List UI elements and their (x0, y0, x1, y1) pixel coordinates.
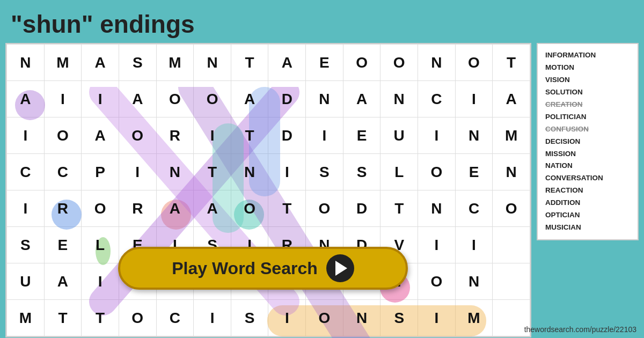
grid-cell: O (343, 45, 380, 81)
grid-cell: N (343, 300, 380, 336)
grid-cell: A (44, 263, 82, 300)
word-list-item: MISSION (545, 148, 630, 160)
play-triangle (335, 261, 347, 276)
grid-cell: S (119, 45, 156, 81)
grid-cell: S (306, 154, 343, 190)
grid-cell: A (343, 81, 380, 117)
grid-cell: O (455, 45, 493, 81)
grid-cell: I (7, 190, 45, 227)
word-list-item: POLITICIAN (545, 111, 630, 123)
grid-cell: E (44, 227, 82, 263)
grid-cell: A (82, 117, 119, 154)
grid-cell: N (231, 154, 268, 190)
grid-cell: A (82, 45, 119, 81)
grid-cell: S (380, 300, 418, 336)
grid-cell: N (418, 45, 456, 81)
word-list-item: SOLUTION (545, 86, 630, 99)
word-list-item: DECISION (545, 136, 630, 148)
grid-cell: O (231, 190, 268, 227)
grid-cell: I (268, 300, 306, 336)
grid-cell: N (380, 81, 418, 117)
word-list-item: CONVERSATION (545, 172, 630, 185)
word-list-item: CREATION (545, 99, 630, 111)
grid-cell: R (44, 190, 82, 227)
grid-cell: O (119, 300, 156, 336)
grid-cell: M (44, 45, 82, 81)
grid-cell: C (44, 154, 82, 190)
word-list-item: INFORMATION (545, 49, 630, 62)
grid-cell: O (418, 154, 456, 190)
grid-cell: A (493, 81, 530, 117)
grid-cell: N (455, 263, 493, 300)
grid-cell: M (493, 117, 530, 154)
word-list: INFORMATIONMOTIONVISIONSOLUTIONCREATIONP… (537, 43, 639, 240)
word-list-item: REACTION (545, 185, 630, 197)
grid-cell: N (156, 154, 194, 190)
grid-cell: R (119, 190, 156, 227)
grid-cell: O (156, 81, 194, 117)
grid-cell: O (44, 117, 82, 154)
play-button[interactable]: Play Word Search (118, 247, 408, 290)
grid-cell: A (231, 81, 268, 117)
grid-cell: I (7, 117, 45, 154)
grid-cell: A (268, 45, 306, 81)
grid-cell: O (119, 117, 156, 154)
grid-cell: E (306, 45, 343, 81)
grid-cell: C (7, 154, 45, 190)
grid-cell: I (119, 154, 156, 190)
grid-cell: T (231, 45, 268, 81)
grid-cell: I (455, 227, 493, 263)
word-list-item: ADDITION (545, 197, 630, 209)
grid-cell: M (7, 300, 45, 336)
grid-cell: U (7, 263, 45, 300)
grid-cell: O (306, 300, 343, 336)
grid-cell: S (343, 154, 380, 190)
word-list-item: VISION (545, 74, 630, 86)
grid-cell: N (7, 45, 45, 81)
grid-cell: C (156, 300, 194, 336)
word-grid: NMASMNTAEOONOTAIIAOOADNANCIAIOAORITDIEUI… (6, 44, 530, 336)
word-list-item: CONFUSION (545, 123, 630, 136)
grid-cell: N (493, 154, 530, 190)
grid-cell: T (82, 300, 119, 336)
grid-cell: I (418, 117, 456, 154)
grid-cell: N (455, 117, 493, 154)
grid-cell: T (493, 45, 530, 81)
grid-cell: L (380, 154, 418, 190)
grid-container: NMASMNTAEOONOTAIIAOOADNANCIAIOAORITDIEUI… (5, 43, 531, 337)
grid-cell: I (418, 300, 456, 336)
grid-cell: T (380, 190, 418, 227)
grid-cell: O (418, 263, 456, 300)
word-list-item: MOTION (545, 62, 630, 74)
grid-cell (493, 227, 530, 263)
play-icon (326, 254, 354, 282)
grid-cell: A (194, 190, 231, 227)
grid-cell: T (44, 300, 82, 336)
grid-cell: I (44, 81, 82, 117)
grid-cell: O (306, 190, 343, 227)
grid-cell: I (194, 117, 231, 154)
grid-cell: S (7, 227, 45, 263)
grid-cell: T (231, 117, 268, 154)
grid-cell: I (418, 227, 456, 263)
title: "shun" endings (11, 10, 195, 39)
grid-cell: I (268, 154, 306, 190)
grid-cell: O (493, 190, 530, 227)
play-button-label: Play Word Search (172, 259, 318, 278)
grid-cell: N (306, 81, 343, 117)
word-list-item: MUSICIAN (545, 222, 630, 234)
grid-cell: D (268, 81, 306, 117)
grid-cell: I (306, 117, 343, 154)
grid-cell: E (455, 154, 493, 190)
grid-cell: D (343, 190, 380, 227)
grid-cell: O (380, 45, 418, 81)
grid-cell: O (194, 81, 231, 117)
grid-cell: I (194, 300, 231, 336)
website-url: thewordsearch.com/puzzle/22103 (524, 325, 636, 334)
grid-cell: N (418, 190, 456, 227)
word-list-item: OPTICIAN (545, 209, 630, 222)
grid-cell: I (82, 263, 119, 300)
grid-cell: E (343, 117, 380, 154)
grid-cell: C (455, 190, 493, 227)
grid-cell: L (82, 227, 119, 263)
